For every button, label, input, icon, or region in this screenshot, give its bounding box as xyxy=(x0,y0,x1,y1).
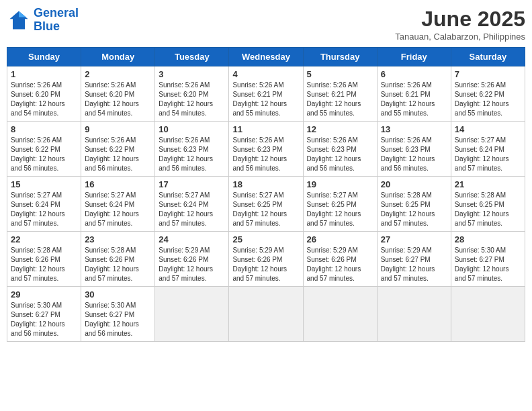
calendar-day xyxy=(451,287,525,342)
day-info: Sunrise: 5:30 AMSunset: 6:27 PMDaylight:… xyxy=(85,301,151,338)
calendar-day: 18Sunrise: 5:27 AMSunset: 6:25 PMDayligh… xyxy=(229,177,303,232)
calendar-day: 7Sunrise: 5:26 AMSunset: 6:22 PMDaylight… xyxy=(451,66,525,122)
day-info: Sunrise: 5:26 AMSunset: 6:23 PMDaylight:… xyxy=(232,136,299,173)
calendar-day: 19Sunrise: 5:27 AMSunset: 6:25 PMDayligh… xyxy=(303,177,377,232)
logo-icon xyxy=(7,8,31,32)
calendar-day: 3Sunrise: 5:26 AMSunset: 6:20 PMDaylight… xyxy=(155,66,229,122)
calendar-day xyxy=(229,287,303,342)
calendar-day: 30Sunrise: 5:30 AMSunset: 6:27 PMDayligh… xyxy=(81,287,155,342)
day-info: Sunrise: 5:26 AMSunset: 6:22 PMDaylight:… xyxy=(455,81,521,118)
day-number: 5 xyxy=(307,69,373,79)
day-info: Sunrise: 5:26 AMSunset: 6:21 PMDaylight:… xyxy=(381,81,447,118)
day-number: 21 xyxy=(455,179,521,189)
dow-header: Monday xyxy=(81,48,155,66)
calendar-day: 20Sunrise: 5:28 AMSunset: 6:25 PMDayligh… xyxy=(377,177,451,232)
calendar-day: 16Sunrise: 5:27 AMSunset: 6:24 PMDayligh… xyxy=(81,177,155,232)
calendar-day: 2Sunrise: 5:26 AMSunset: 6:20 PMDaylight… xyxy=(81,66,155,122)
day-number: 1 xyxy=(11,69,77,79)
day-info: Sunrise: 5:26 AMSunset: 6:23 PMDaylight:… xyxy=(307,136,373,173)
day-number: 14 xyxy=(455,124,521,134)
day-info: Sunrise: 5:29 AMSunset: 6:27 PMDaylight:… xyxy=(381,246,447,283)
day-info: Sunrise: 5:28 AMSunset: 6:26 PMDaylight:… xyxy=(11,246,77,283)
day-info: Sunrise: 5:26 AMSunset: 6:21 PMDaylight:… xyxy=(232,81,299,118)
day-number: 25 xyxy=(232,234,299,244)
day-info: Sunrise: 5:26 AMSunset: 6:23 PMDaylight:… xyxy=(381,136,447,173)
day-info: Sunrise: 5:26 AMSunset: 6:20 PMDaylight:… xyxy=(11,81,77,118)
days-of-week-row: SundayMondayTuesdayWednesdayThursdayFrid… xyxy=(7,48,525,66)
day-number: 29 xyxy=(11,289,77,300)
day-number: 19 xyxy=(307,179,373,189)
calendar-day: 13Sunrise: 5:26 AMSunset: 6:23 PMDayligh… xyxy=(377,122,451,177)
title-block: June 2025 Tanauan, Calabarzon, Philippin… xyxy=(395,7,525,42)
day-info: Sunrise: 5:29 AMSunset: 6:26 PMDaylight:… xyxy=(159,246,225,283)
calendar-week-row: 22Sunrise: 5:28 AMSunset: 6:26 PMDayligh… xyxy=(7,232,525,287)
day-number: 11 xyxy=(232,124,299,134)
day-number: 16 xyxy=(85,179,151,189)
calendar-day: 24Sunrise: 5:29 AMSunset: 6:26 PMDayligh… xyxy=(155,232,229,287)
dow-header: Sunday xyxy=(7,48,81,66)
day-number: 7 xyxy=(455,69,521,79)
page-header: General Blue June 2025 Tanauan, Calabarz… xyxy=(7,7,525,42)
calendar-week-row: 29Sunrise: 5:30 AMSunset: 6:27 PMDayligh… xyxy=(7,287,525,342)
day-info: Sunrise: 5:28 AMSunset: 6:25 PMDaylight:… xyxy=(455,191,521,228)
calendar-day: 1Sunrise: 5:26 AMSunset: 6:20 PMDaylight… xyxy=(7,66,81,122)
calendar-day: 9Sunrise: 5:26 AMSunset: 6:22 PMDaylight… xyxy=(81,122,155,177)
day-number: 26 xyxy=(307,234,373,244)
calendar-week-row: 15Sunrise: 5:27 AMSunset: 6:24 PMDayligh… xyxy=(7,177,525,232)
logo: General Blue xyxy=(7,7,79,34)
calendar-day: 4Sunrise: 5:26 AMSunset: 6:21 PMDaylight… xyxy=(229,66,303,122)
day-info: Sunrise: 5:27 AMSunset: 6:25 PMDaylight:… xyxy=(307,191,373,228)
calendar-day: 22Sunrise: 5:28 AMSunset: 6:26 PMDayligh… xyxy=(7,232,81,287)
day-info: Sunrise: 5:27 AMSunset: 6:24 PMDaylight:… xyxy=(11,191,77,228)
calendar-day: 21Sunrise: 5:28 AMSunset: 6:25 PMDayligh… xyxy=(451,177,525,232)
calendar-day: 10Sunrise: 5:26 AMSunset: 6:23 PMDayligh… xyxy=(155,122,229,177)
day-number: 20 xyxy=(381,179,447,189)
dow-header: Friday xyxy=(377,48,451,66)
calendar-day: 28Sunrise: 5:30 AMSunset: 6:27 PMDayligh… xyxy=(451,232,525,287)
calendar-body: 1Sunrise: 5:26 AMSunset: 6:20 PMDaylight… xyxy=(7,66,525,342)
calendar-day: 12Sunrise: 5:26 AMSunset: 6:23 PMDayligh… xyxy=(303,122,377,177)
calendar-table: SundayMondayTuesdayWednesdayThursdayFrid… xyxy=(7,47,525,342)
day-number: 15 xyxy=(11,179,77,189)
day-number: 2 xyxy=(85,69,151,79)
day-info: Sunrise: 5:30 AMSunset: 6:27 PMDaylight:… xyxy=(455,246,521,283)
calendar-day: 25Sunrise: 5:29 AMSunset: 6:26 PMDayligh… xyxy=(229,232,303,287)
day-info: Sunrise: 5:27 AMSunset: 6:24 PMDaylight:… xyxy=(455,136,521,173)
calendar-day xyxy=(155,287,229,342)
calendar-day: 14Sunrise: 5:27 AMSunset: 6:24 PMDayligh… xyxy=(451,122,525,177)
day-number: 8 xyxy=(11,124,77,134)
calendar-day: 11Sunrise: 5:26 AMSunset: 6:23 PMDayligh… xyxy=(229,122,303,177)
day-number: 10 xyxy=(159,124,225,134)
dow-header: Thursday xyxy=(303,48,377,66)
calendar-week-row: 1Sunrise: 5:26 AMSunset: 6:20 PMDaylight… xyxy=(7,66,525,122)
calendar-day xyxy=(303,287,377,342)
day-number: 27 xyxy=(381,234,447,244)
day-info: Sunrise: 5:26 AMSunset: 6:20 PMDaylight:… xyxy=(85,81,151,118)
month-title: June 2025 xyxy=(395,7,525,32)
dow-header: Wednesday xyxy=(229,48,303,66)
day-number: 9 xyxy=(85,124,151,134)
dow-header: Saturday xyxy=(451,48,525,66)
svg-marker-1 xyxy=(19,11,26,17)
day-number: 28 xyxy=(455,234,521,244)
calendar-day: 5Sunrise: 5:26 AMSunset: 6:21 PMDaylight… xyxy=(303,66,377,122)
day-number: 24 xyxy=(159,234,225,244)
day-number: 23 xyxy=(85,234,151,244)
day-number: 4 xyxy=(232,69,299,79)
calendar-day: 15Sunrise: 5:27 AMSunset: 6:24 PMDayligh… xyxy=(7,177,81,232)
calendar-day: 6Sunrise: 5:26 AMSunset: 6:21 PMDaylight… xyxy=(377,66,451,122)
calendar-day: 29Sunrise: 5:30 AMSunset: 6:27 PMDayligh… xyxy=(7,287,81,342)
day-number: 18 xyxy=(232,179,299,189)
day-info: Sunrise: 5:26 AMSunset: 6:22 PMDaylight:… xyxy=(11,136,77,173)
logo-text: General Blue xyxy=(34,7,79,34)
calendar-day: 17Sunrise: 5:27 AMSunset: 6:24 PMDayligh… xyxy=(155,177,229,232)
day-number: 13 xyxy=(381,124,447,134)
day-info: Sunrise: 5:29 AMSunset: 6:26 PMDaylight:… xyxy=(307,246,373,283)
day-number: 12 xyxy=(307,124,373,134)
day-info: Sunrise: 5:27 AMSunset: 6:24 PMDaylight:… xyxy=(159,191,225,228)
day-info: Sunrise: 5:28 AMSunset: 6:26 PMDaylight:… xyxy=(85,246,151,283)
day-info: Sunrise: 5:26 AMSunset: 6:23 PMDaylight:… xyxy=(159,136,225,173)
location: Tanauan, Calabarzon, Philippines xyxy=(395,32,525,42)
day-info: Sunrise: 5:26 AMSunset: 6:20 PMDaylight:… xyxy=(159,81,225,118)
day-number: 6 xyxy=(381,69,447,79)
